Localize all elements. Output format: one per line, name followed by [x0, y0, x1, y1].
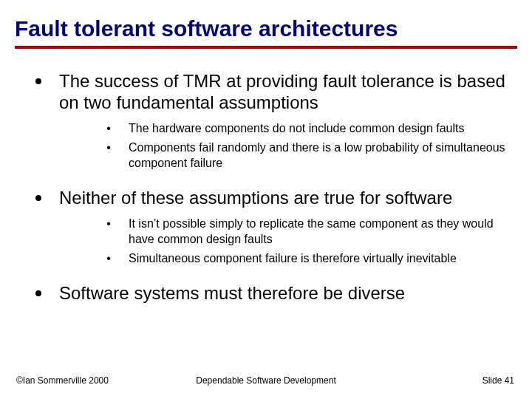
bullet-text: Software systems must therefore be diver… — [59, 283, 405, 304]
slide-title: Fault tolerant software architectures — [0, 0, 532, 46]
bullet-item: Neither of these assumptions are true fo… — [35, 188, 507, 209]
sub-bullet-item: • Simultaneous component failure is ther… — [103, 251, 507, 267]
slide-body: The success of TMR at providing fault to… — [0, 49, 532, 304]
sub-bullet-text: It isn’t possible simply to replicate th… — [129, 216, 507, 248]
sub-list: • It isn’t possible simply to replicate … — [35, 209, 507, 273]
slide: Fault tolerant software architectures Th… — [0, 0, 532, 399]
sub-bullet-icon: • — [103, 140, 114, 171]
sub-bullet-item: • It isn’t possible simply to replicate … — [103, 216, 507, 248]
sub-bullet-text: Components fail randomly and there is a … — [129, 140, 507, 171]
slide-footer: ©Ian Sommerville 2000 Dependable Softwar… — [0, 371, 532, 386]
bullet-text: Neither of these assumptions are true fo… — [59, 188, 452, 209]
bullet-icon — [35, 290, 43, 304]
bullet-icon — [35, 195, 43, 209]
sub-bullet-text: Simultaneous component failure is theref… — [129, 251, 457, 267]
sub-bullet-text: The hardware components do not include c… — [129, 121, 464, 137]
sub-list: • The hardware components do not include… — [35, 114, 507, 177]
sub-bullet-item: • The hardware components do not include… — [103, 121, 507, 137]
footer-center: Dependable Software Development — [0, 375, 532, 386]
bullet-icon — [35, 78, 43, 114]
sub-bullet-icon: • — [103, 251, 114, 267]
bullet-item: The success of TMR at providing fault to… — [35, 71, 507, 114]
bullet-item: Software systems must therefore be diver… — [35, 283, 507, 304]
sub-bullet-icon: • — [103, 216, 114, 248]
bullet-text: The success of TMR at providing fault to… — [59, 71, 507, 114]
footer-right: Slide 41 — [482, 375, 514, 386]
sub-bullet-icon: • — [103, 121, 114, 137]
sub-bullet-item: • Components fail randomly and there is … — [103, 140, 507, 171]
